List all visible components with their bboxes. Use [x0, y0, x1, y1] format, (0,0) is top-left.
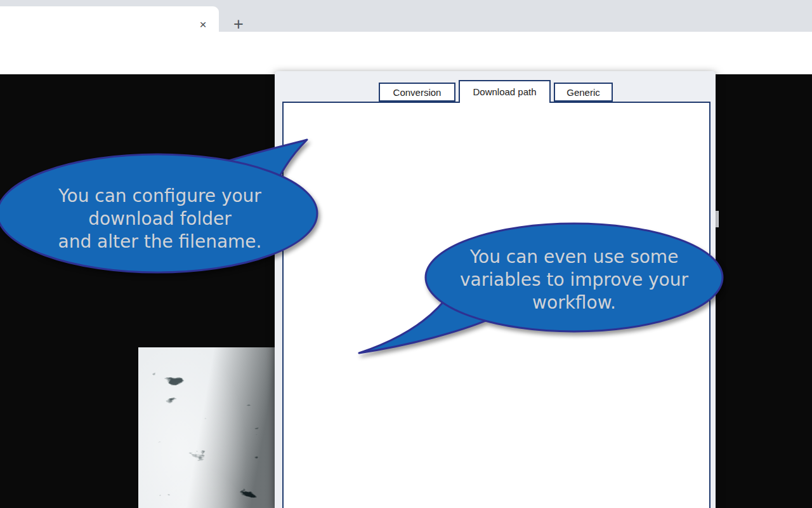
tab-generic[interactable]: Generic [554, 83, 613, 102]
bubble-text-line: variables to improve your [426, 269, 722, 290]
bubble-text-line: and alter the filename. [1, 231, 318, 252]
close-tab-icon[interactable]: × [195, 17, 211, 32]
browser-tab[interactable]: × [0, 6, 219, 32]
tab-download-path[interactable]: Download path [459, 80, 551, 103]
browser-tab-strip: × + [0, 0, 812, 32]
bubble-text-line: You can even use some [426, 246, 722, 267]
waterfall-photo-shading [138, 347, 277, 508]
browser-toolbar: ☆ [0, 32, 812, 74]
bubble-text-line: workflow. [426, 292, 722, 313]
bubble-text-line: You can configure your [1, 185, 318, 206]
bubble-text-line: download folder [1, 208, 318, 229]
tab-conversion[interactable]: Conversion [379, 83, 455, 102]
